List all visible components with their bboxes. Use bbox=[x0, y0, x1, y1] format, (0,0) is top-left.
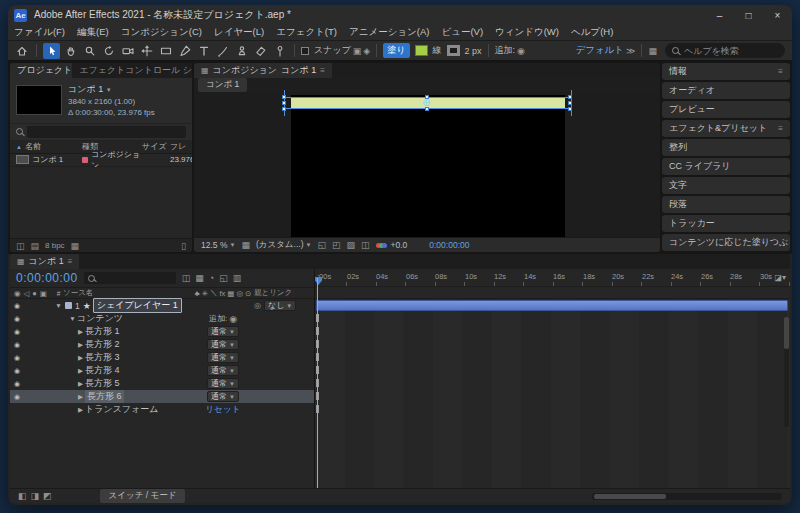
lock-column-icon[interactable]: ▣ bbox=[40, 289, 47, 298]
add-menu-icon[interactable]: ◉ bbox=[517, 46, 525, 56]
menu-window[interactable]: ウィンドウ(W) bbox=[489, 26, 565, 39]
column-size[interactable]: サイズ bbox=[142, 141, 170, 152]
tab-composition[interactable]: ▦ コンポジション コンポ 1 ≡ bbox=[194, 63, 332, 78]
exposure-value[interactable]: +0.0 bbox=[391, 240, 408, 250]
panel-menu-icon[interactable]: ≡ bbox=[778, 124, 783, 133]
expand-in-out-icon[interactable]: ◩ bbox=[43, 491, 52, 501]
transparency-grid-icon[interactable]: ▨ bbox=[346, 240, 355, 250]
layer-duration-bar[interactable] bbox=[316, 300, 788, 311]
menu-edit[interactable]: 編集(E) bbox=[71, 26, 115, 39]
frame-blending-icon[interactable]: ◔ bbox=[209, 273, 214, 283]
channel-icon[interactable] bbox=[376, 240, 385, 250]
motion-blur-icon[interactable]: ◱ bbox=[219, 273, 228, 283]
collapsed-arrow-icon[interactable]: ▶ bbox=[76, 393, 85, 401]
fill-label[interactable]: 塗り bbox=[383, 43, 409, 58]
menu-layer[interactable]: レイヤー(L) bbox=[208, 26, 270, 39]
scrollbar-thumb[interactable] bbox=[594, 494, 666, 499]
resolution-dropdown[interactable]: (カスタム...)▼ bbox=[256, 239, 312, 251]
mask-visibility-icon[interactable]: ◱ bbox=[317, 240, 326, 250]
stroke-width-value[interactable]: 2 px bbox=[465, 46, 482, 56]
zoom-tool-icon[interactable] bbox=[81, 43, 98, 59]
panel-preview[interactable]: プレビュー bbox=[662, 101, 790, 118]
panel-info[interactable]: 情報≡ bbox=[662, 63, 790, 80]
add-label[interactable]: 追加: bbox=[495, 44, 516, 57]
group-row-rectangle-1[interactable]: ◉ ▶長方形 1 通常▼ bbox=[10, 325, 314, 338]
pan-behind-tool-icon[interactable] bbox=[138, 43, 155, 59]
current-timecode[interactable]: 0:00:00:00 bbox=[16, 271, 78, 285]
source-name-column[interactable]: ソース名 bbox=[63, 288, 93, 298]
panel-menu-icon[interactable]: ≡ bbox=[320, 66, 325, 75]
expand-arrow-icon[interactable]: ▼ bbox=[68, 315, 77, 322]
eye-icon[interactable]: ◉ bbox=[14, 341, 20, 349]
snap-option2-icon[interactable]: ◈ bbox=[363, 46, 370, 56]
group-row-rectangle-6[interactable]: ◉ ▶長方形 6 通常▼ bbox=[10, 390, 314, 403]
blend-mode-dropdown[interactable]: 通常▼ bbox=[207, 365, 239, 376]
panel-effects-presets[interactable]: エフェクト&プリセット≡ bbox=[662, 120, 790, 137]
collapsed-arrow-icon[interactable]: ▶ bbox=[76, 354, 85, 362]
rectangle-label[interactable]: 長方形 6 bbox=[85, 390, 124, 403]
transform-label[interactable]: トランスフォーム bbox=[85, 403, 158, 416]
scrollbar-thumb[interactable] bbox=[784, 317, 789, 349]
panel-content-aware-fill[interactable]: コンテンツに応じた塗りつぶし bbox=[662, 234, 790, 251]
menu-file[interactable]: ファイル(F) bbox=[8, 26, 71, 39]
workspace-selector[interactable]: デフォルト bbox=[575, 44, 624, 57]
anchor-point-icon[interactable]: ⊕ bbox=[422, 98, 430, 108]
quality-column-icon[interactable]: ＼ bbox=[210, 288, 218, 298]
panel-menu-icon[interactable]: ≡ bbox=[778, 67, 783, 76]
trash-icon[interactable]: ▯ bbox=[181, 241, 186, 251]
snap-checkbox[interactable] bbox=[301, 47, 309, 55]
snap-option-icon[interactable]: ▣ bbox=[353, 46, 362, 56]
eraser-tool-icon[interactable] bbox=[252, 43, 269, 59]
rectangle-label[interactable]: 長方形 5 bbox=[85, 377, 120, 390]
magnification-dropdown[interactable]: 12.5 %▼ bbox=[201, 240, 235, 250]
blend-mode-dropdown[interactable]: 通常▼ bbox=[207, 339, 239, 350]
pick-whip-icon[interactable]: ◎ bbox=[254, 301, 261, 310]
composition-mini-flowchart-icon[interactable]: ◫ bbox=[182, 273, 191, 283]
menu-composition[interactable]: コンポジション(C) bbox=[115, 26, 208, 39]
threed-column-icon[interactable]: ⊙ bbox=[245, 289, 251, 298]
pen-tool-icon[interactable] bbox=[176, 43, 193, 59]
workspace-overflow-icon[interactable]: ≫ bbox=[626, 46, 635, 56]
panel-paragraph[interactable]: 段落 bbox=[662, 196, 790, 213]
composition-stage[interactable] bbox=[291, 95, 565, 237]
help-search-input[interactable] bbox=[684, 46, 778, 56]
selection-handle[interactable] bbox=[282, 107, 286, 111]
selection-handle[interactable] bbox=[282, 101, 286, 105]
current-time-indicator[interactable] bbox=[317, 278, 318, 488]
rotate-tool-icon[interactable] bbox=[100, 43, 117, 59]
selection-handle[interactable] bbox=[568, 107, 572, 111]
home-tool-icon[interactable] bbox=[13, 43, 30, 59]
panel-align[interactable]: 整列 bbox=[662, 139, 790, 156]
rectangle-label[interactable]: 長方形 1 bbox=[85, 325, 120, 338]
interpret-footage-icon[interactable]: ◫ bbox=[16, 241, 25, 251]
timeline-search-box[interactable] bbox=[84, 272, 176, 284]
eye-icon[interactable]: ◉ bbox=[14, 393, 20, 401]
panel-tracker[interactable]: トラッカー bbox=[662, 215, 790, 232]
rectangle-label[interactable]: 長方形 4 bbox=[85, 364, 120, 377]
camera-view-icon[interactable]: ◫ bbox=[361, 240, 370, 250]
selection-handle[interactable] bbox=[568, 95, 572, 99]
puppet-pin-tool-icon[interactable] bbox=[271, 43, 288, 59]
composition-viewport[interactable]: ⊕ bbox=[194, 92, 660, 237]
camera-tool-icon[interactable] bbox=[119, 43, 136, 59]
eye-icon[interactable]: ◉ bbox=[14, 302, 20, 310]
motion-blur-column-icon[interactable]: ◎ bbox=[236, 289, 243, 298]
rectangle-label[interactable]: 長方形 3 bbox=[85, 351, 120, 364]
add-label[interactable]: 追加: bbox=[209, 313, 227, 324]
composition-timecode[interactable]: 0:00:00:00 bbox=[429, 240, 469, 250]
shy-column-icon[interactable]: ♣ bbox=[195, 289, 200, 298]
menu-help[interactable]: ヘルプ(H) bbox=[565, 26, 619, 39]
blend-mode-dropdown[interactable]: 通常▼ bbox=[207, 326, 239, 337]
selection-tool-icon[interactable] bbox=[43, 43, 60, 59]
group-row-rectangle-4[interactable]: ◉ ▶長方形 4 通常▼ bbox=[10, 364, 314, 377]
collapsed-arrow-icon[interactable]: ▶ bbox=[76, 406, 85, 414]
comp-marker-bin-icon[interactable]: ◪▾ bbox=[774, 273, 786, 282]
group-row-rectangle-3[interactable]: ◉ ▶長方形 3 通常▼ bbox=[10, 351, 314, 364]
panel-menu-icon[interactable]: ≡ bbox=[68, 257, 73, 266]
layer-name[interactable]: シェイプレイヤー 1 bbox=[93, 298, 182, 313]
panel-character[interactable]: 文字 bbox=[662, 177, 790, 194]
add-menu-icon[interactable]: ◉ bbox=[229, 314, 237, 324]
group-row-rectangle-5[interactable]: ◉ ▶長方形 5 通常▼ bbox=[10, 377, 314, 390]
eye-icon[interactable]: ◉ bbox=[14, 380, 20, 388]
draft-3d-icon[interactable]: ▦ bbox=[195, 273, 204, 283]
